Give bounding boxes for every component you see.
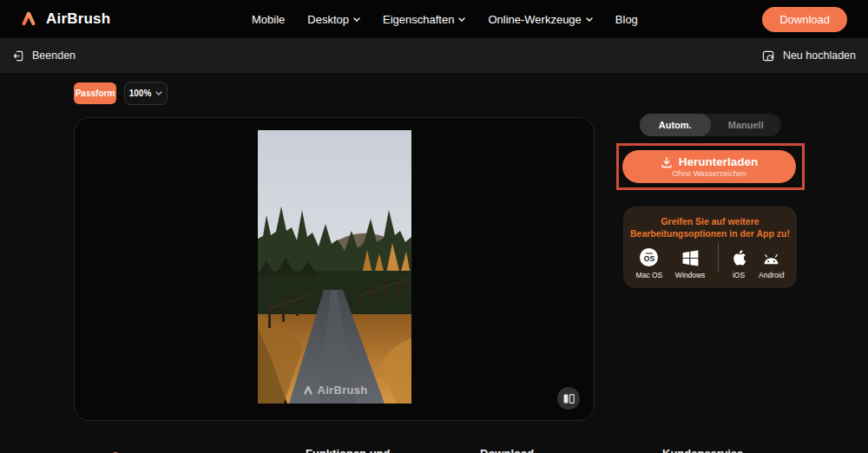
- brand-name: AirBrush: [46, 10, 110, 28]
- chevron-down-icon: [155, 91, 162, 95]
- herunterladen-button[interactable]: Herunterladen Ohne Wasserzeichen: [622, 150, 796, 183]
- watermark: AirBrush: [301, 384, 367, 397]
- download-icon: [661, 156, 673, 168]
- main-nav: Mobile Desktop Eigenschaften Online-Werk…: [252, 0, 638, 38]
- nav-item-desktop[interactable]: Desktop: [307, 13, 360, 26]
- nav-item-online-werkzeuge[interactable]: Online-Werkzeuge: [488, 13, 592, 26]
- herunterladen-label: Herunterladen: [679, 155, 759, 168]
- exit-button[interactable]: Beenden: [12, 49, 76, 62]
- nav-item-blog[interactable]: Blog: [615, 13, 638, 26]
- platform-macos[interactable]: mac OS Mac OS: [636, 248, 663, 279]
- upload-new-icon: [762, 49, 776, 62]
- top-navbar: AirBrush Mobile Desktop Eigenschaften On…: [0, 0, 868, 38]
- app-promo-card: Greifen Sie auf weitere Bearbeitungsopti…: [623, 207, 797, 288]
- footer-col-features: Funktionen und: [306, 447, 390, 453]
- brand[interactable]: AirBrush: [19, 0, 110, 38]
- airbrush-watermark-icon: [301, 384, 313, 397]
- platform-windows[interactable]: Windows: [675, 248, 705, 279]
- editor-topbar: Beenden Neu hochladen: [0, 38, 868, 73]
- no-watermark-label: Ohne Wasserzeichen: [672, 169, 746, 178]
- nav-item-eigenschaften[interactable]: Eigenschaften: [383, 13, 465, 26]
- platform-ios[interactable]: iOS: [732, 248, 746, 279]
- exit-label: Beenden: [32, 49, 76, 62]
- tab-manual[interactable]: Manuell: [711, 114, 782, 136]
- footer-col-support: Kundenservice: [662, 447, 743, 453]
- reupload-button[interactable]: Neu hochladen: [762, 49, 856, 62]
- promo-title-line2: Bearbeitungsoptionen in der App zu!: [623, 227, 797, 240]
- chevron-down-icon: [458, 17, 465, 22]
- chevron-down-icon: [353, 17, 360, 22]
- chevron-down-icon: [586, 17, 593, 22]
- compare-before-after-button[interactable]: [557, 387, 580, 410]
- android-icon: [762, 251, 780, 266]
- compare-icon: [563, 394, 575, 404]
- footer: Funktionen und Download Kundenservice: [0, 438, 868, 453]
- zoom-level-value: 100%: [129, 89, 152, 98]
- windows-icon: [682, 250, 699, 266]
- platform-list: mac OS Mac OS Windows: [623, 243, 797, 279]
- promo-title-line1: Greifen Sie auf weitere: [623, 215, 797, 227]
- download-app-button[interactable]: Download: [762, 7, 847, 32]
- platform-android[interactable]: Android: [759, 248, 784, 279]
- apple-icon: [732, 249, 746, 266]
- editor-canvas: AirBrush: [74, 117, 595, 421]
- photo-preview: AirBrush: [258, 130, 411, 404]
- watermark-label: AirBrush: [317, 384, 367, 397]
- mode-toggle: Autom. Manuell: [640, 114, 781, 136]
- fit-button[interactable]: Passform: [74, 82, 116, 104]
- photo-forest-path: [258, 130, 411, 404]
- exit-icon: [12, 49, 25, 62]
- macos-icon: mac OS: [640, 248, 658, 266]
- airbrush-logo-icon: [19, 10, 38, 29]
- zoom-level-select[interactable]: 100%: [124, 82, 168, 105]
- tab-automatic[interactable]: Autom.: [640, 114, 711, 136]
- reupload-label: Neu hochladen: [783, 49, 856, 62]
- footer-col-download: Download: [480, 447, 534, 453]
- platform-divider: [718, 243, 719, 272]
- nav-item-mobile[interactable]: Mobile: [252, 13, 285, 26]
